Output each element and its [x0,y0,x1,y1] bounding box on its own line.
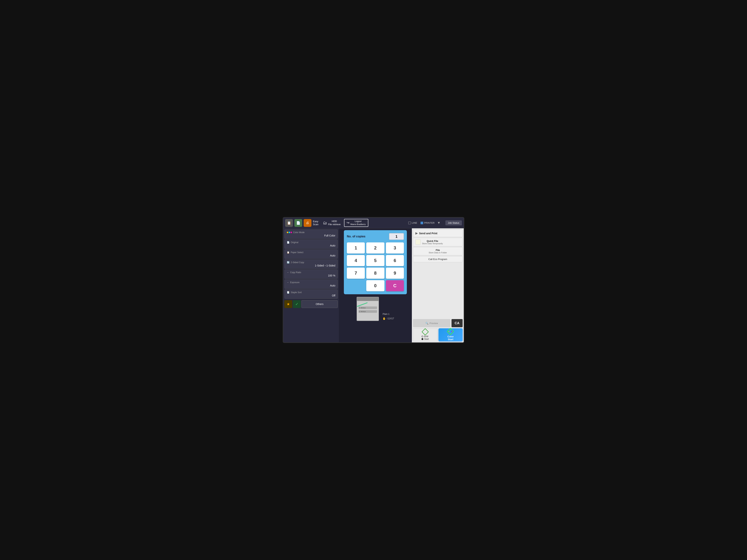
preview-button[interactable]: 🔍 Preview [413,319,450,327]
staple-sort-value: Off [287,294,335,297]
color-diamond-icon [447,328,454,335]
job-status-button[interactable]: Job Status [445,220,462,225]
file-button[interactable]: File Store Data in Folder [413,247,463,256]
staple-sort-setting[interactable]: 📑 Staple Sort Off [284,289,338,299]
paper-type: Plain 1 [383,312,394,316]
numpad-grid: 1 2 3 4 5 6 7 8 9 0 C [347,242,404,291]
play-icon: ▶ [415,232,418,235]
start-row: B/W Start [413,328,463,341]
original-icon: 📄 [287,241,289,244]
copy-ratio-icon: ↔ [287,271,289,274]
logout-icon: ↪ [346,221,350,225]
color-diamond-wrapper [448,329,453,335]
right-bottom: 🔍 Preview CA B/W [413,319,463,341]
staple-sort-label: Staple Sort [291,291,302,294]
two-sided-label: 2-Sided Copy [291,261,304,264]
check-button[interactable]: ✓ [293,300,301,308]
eco-program-button[interactable]: Call Eco Program [413,256,463,262]
num-2-button[interactable]: 2 [366,242,384,254]
color-start-button[interactable]: Color Start [439,328,463,341]
original-setting[interactable]: 📄 Original Auto [284,239,338,249]
line-checkbox [408,222,411,224]
copies-display: 1 [389,233,404,240]
num-6-button[interactable]: 6 [386,255,404,266]
copy-ratio-value: 100 % [287,274,335,277]
paper-icon: 📋 [287,251,289,254]
printer-square [420,222,423,224]
two-sided-setting[interactable]: 🔄 2-Sided Copy 1-Sided→1-Sided [284,260,338,269]
paper-select-setting[interactable]: 📋 Paper Select Auto [284,249,338,259]
logout-button[interactable]: ↪ Logout Maera Bradberry [344,219,368,227]
num-5-button[interactable]: 5 [366,255,384,266]
bw-radio-filled [421,338,423,340]
bw-diamond-icon [421,328,429,336]
color-mode-setting[interactable]: Color Mode Full Color [284,230,338,239]
bw-start-label: Start [424,338,429,340]
ca-button[interactable]: CA [452,319,463,327]
others-button[interactable]: Others [302,300,338,308]
line-indicator: LINE [408,221,417,224]
scan-icon-btn[interactable]: 📄 [294,219,302,227]
line-label: LINE [412,221,417,224]
copy-ratio-setting[interactable]: ↔ Copy Ratio 100 % [284,269,338,279]
exposure-setting[interactable]: ↔ Exposure Auto [284,279,338,289]
paper-info: Plain 1 ✋ ↑11X17 [383,312,394,321]
two-sided-value: 1-Sided→1-Sided [287,264,335,267]
color-dots [287,232,292,233]
color-dots-diamond [449,331,452,332]
color-mode-value: Full Color [287,234,335,237]
num-1-button[interactable]: 1 [347,242,365,254]
bw-label: B/W [424,335,428,338]
preview-ca-row: 🔍 Preview CA [413,319,463,327]
print-icon-btn[interactable]: 🖨 [304,219,311,227]
tray1-label: 8½X11 [361,307,365,309]
preview-icon: 🔍 [426,322,428,325]
num-7-button[interactable]: 7 [347,268,365,279]
send-print-label: Send and Print [419,232,437,235]
favorites-button[interactable]: ★ [284,300,292,308]
num-4-button[interactable]: 4 [347,255,365,266]
paper-size: ↑11X17 [386,317,394,321]
copy-ratio-label: Copy Ratio [290,271,301,274]
right-panel: ▶ Send and Print Quick File Store Data T… [412,228,464,342]
dropdown-arrow: ▼ [437,221,441,225]
left-panel: Color Mode Full Color 📄 Original Auto 📋 … [283,228,339,342]
paper-select-value: Auto [287,254,335,257]
clear-button[interactable]: C [386,280,404,291]
copies-row: No. of copies 1 [347,233,404,240]
quick-file-text: Quick File Store Data Temporarily [422,240,443,245]
copy-icon-btn[interactable]: 📋 [285,219,293,227]
right-top: ▶ Send and Print Quick File Store Data T… [413,230,463,318]
bw-start-button[interactable]: B/W Start [413,328,437,341]
exposure-label: Exposure [290,281,300,284]
copies-label: No. of copies [347,235,365,238]
original-value: Auto [287,244,335,247]
exposure-value: Auto [287,284,335,287]
num-9-button[interactable]: 9 [386,268,404,279]
send-print-button[interactable]: ▶ Send and Print [413,230,463,237]
tray2-label: 8½X14 [361,311,365,313]
exposure-icon: ↔ [287,281,289,284]
two-sided-icon: 🔄 [287,261,289,264]
quick-file-icon [415,239,420,245]
printer-indicator: PRINTER [420,221,435,224]
color-mode-label: Color Mode [293,231,305,234]
left-bottom-bar: ★ ✓ Others [284,300,338,308]
hdd-label: HDDFile retrieve [328,220,341,226]
printer-image: 1 8½X11 2 8½X14 [357,297,379,321]
main-screen: 📋 📄 🖨 Easy Scan 🗂 HDDFile retrieve ↪ Log… [283,217,464,343]
hdd-icon: 🗂 [323,220,327,225]
top-bar: 📋 📄 🖨 Easy Scan 🗂 HDDFile retrieve ↪ Log… [283,218,464,228]
numpad-container: No. of copies 1 1 2 3 4 5 6 7 8 9 0 C [344,230,407,294]
num-3-button[interactable]: 3 [386,242,404,254]
logout-text: Logout Maera Bradberry [351,220,366,226]
num-0-button[interactable]: 0 [366,280,384,291]
hdd-button[interactable]: 🗂 HDDFile retrieve [323,220,341,226]
paper-select-label: Paper Select [291,251,304,254]
hand-icon: ✋ [383,316,386,321]
num-8-button[interactable]: 8 [366,268,384,279]
easy-scan-line2: Scan [313,223,318,226]
staple-icon: 📑 [287,291,289,294]
printer-diagram: 1 8½X11 2 8½X14 Plain 1 [357,297,394,321]
quick-file-button[interactable]: Quick File Store Data Temporarily [413,238,463,246]
